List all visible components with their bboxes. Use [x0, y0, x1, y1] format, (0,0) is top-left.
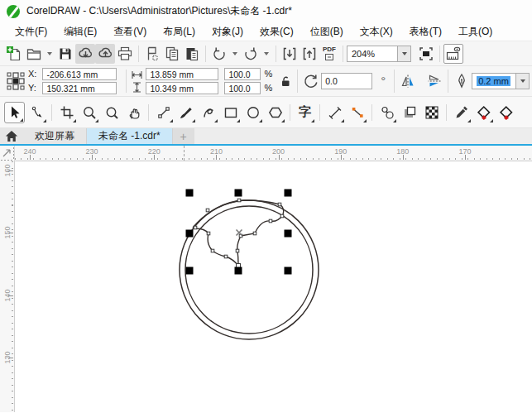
page-boundary-marker: [184, 146, 185, 161]
menu-item-6[interactable]: 效果(C): [252, 22, 302, 41]
lock-ratio-button[interactable]: [277, 73, 294, 89]
mirror-horizontal-button[interactable]: [398, 71, 418, 91]
cloud-save-button[interactable]: [95, 44, 115, 64]
open-dropdown-caret[interactable]: [44, 45, 55, 63]
ruler-origin-button[interactable]: [0, 146, 15, 161]
print-icon: [117, 46, 133, 62]
rotation-angle-input[interactable]: 0.0: [321, 73, 372, 89]
menu-item-8[interactable]: 文本(X): [352, 22, 401, 41]
menu-item-2[interactable]: 编辑(E): [55, 22, 105, 41]
content-area: 160150140130: [0, 161, 532, 412]
home-button[interactable]: [0, 128, 23, 144]
crop-tool[interactable]: [56, 102, 77, 123]
propbar-separator: [126, 70, 127, 93]
freehand-tool[interactable]: [153, 102, 174, 123]
new-tab-button[interactable]: +: [173, 128, 194, 144]
pick-tool[interactable]: [4, 102, 25, 123]
ruler-minor-ticks: [12, 161, 13, 412]
shape-tool[interactable]: [26, 102, 47, 123]
menu-item-7[interactable]: 位图(B): [302, 22, 352, 41]
pan-tool[interactable]: [123, 102, 144, 123]
new-document-button[interactable]: [4, 44, 24, 64]
checkerboard-icon: [424, 105, 439, 120]
outline-pen-button[interactable]: [452, 71, 472, 91]
transparency-tool[interactable]: [399, 102, 419, 123]
menu-item-10[interactable]: 工具(O): [450, 22, 501, 41]
blend-tool[interactable]: [376, 102, 397, 123]
h-ruler-tick: [216, 155, 217, 160]
toolbar-separator: [439, 46, 440, 62]
magnifier-icon: [104, 105, 119, 120]
zoom-dropdown-caret[interactable]: [397, 46, 410, 61]
menu-item-5[interactable]: 对象(J): [204, 22, 252, 41]
text-tool[interactable]: 字: [295, 102, 315, 123]
toolbar-separator: [205, 46, 206, 62]
rotation-icon: [303, 73, 319, 89]
polygon-tool[interactable]: [265, 102, 285, 123]
zoom-level-combo[interactable]: 204%: [347, 46, 411, 62]
artistic-media-tool[interactable]: [175, 102, 196, 123]
export-button[interactable]: [300, 44, 319, 64]
pattern-fill-tool[interactable]: [421, 102, 442, 123]
menu-item-9[interactable]: 表格(T): [401, 22, 450, 41]
outline-width-caret[interactable]: [515, 74, 529, 89]
ruler-origin-icon: [0, 146, 15, 161]
copy-button[interactable]: [162, 44, 182, 64]
drawing-canvas[interactable]: [15, 161, 532, 412]
save-icon: [57, 46, 74, 62]
scale-x-input[interactable]: 100.0: [224, 68, 261, 80]
document-tab-bar: 欢迎屏幕 未命名 -1.cdr* +: [0, 128, 532, 146]
bspline-tool[interactable]: [198, 102, 218, 123]
ellipse-tool[interactable]: [242, 102, 263, 123]
vertical-ruler[interactable]: 160150140130: [0, 161, 15, 412]
publish-to-pdf-button[interactable]: PDF: [319, 44, 339, 64]
zoom-tool-secondary[interactable]: [101, 102, 122, 123]
toolbox-separator: [51, 104, 52, 121]
smart-fill-tool[interactable]: [496, 102, 516, 123]
toolbar-separator: [138, 46, 139, 62]
transparency-icon: [402, 105, 417, 120]
redo-button[interactable]: [241, 44, 261, 64]
outline-width-combo[interactable]: 0.2 mm: [472, 73, 530, 89]
rotate-button[interactable]: [301, 71, 321, 91]
dimension-tool[interactable]: [324, 102, 345, 123]
tab-document[interactable]: 未命名 -1.cdr*: [87, 128, 173, 144]
eyedropper-tool[interactable]: [451, 102, 472, 123]
redo-dropdown-caret[interactable]: [261, 45, 272, 63]
show-rulers-button[interactable]: [443, 44, 463, 64]
double-circle-shape[interactable]: [180, 200, 319, 339]
tab-welcome-screen[interactable]: 欢迎屏幕: [23, 128, 87, 144]
x-position-input[interactable]: -206.613 mm: [42, 68, 117, 80]
y-position-input[interactable]: 150.321 mm: [42, 82, 117, 94]
coreldraw-logo-icon: [7, 5, 20, 18]
menu-item-1[interactable]: 文件(F): [7, 22, 55, 41]
interactive-fill-tool[interactable]: [473, 102, 494, 123]
undo-dropdown-caret[interactable]: [229, 45, 241, 63]
object-width-icon: [132, 70, 142, 80]
cut-button[interactable]: [142, 44, 162, 64]
object-height-input[interactable]: 10.349 mm: [146, 82, 218, 94]
object-position-button[interactable]: [5, 70, 26, 92]
menu-item-3[interactable]: 查看(V): [105, 22, 155, 41]
rectangle-tool[interactable]: [220, 102, 241, 123]
menu-item-4[interactable]: 布局(L): [155, 22, 204, 41]
document-tab-label: 未命名 -1.cdr*: [98, 129, 161, 143]
percent-y-label: %: [264, 82, 272, 94]
fill-diamond-icon: [498, 104, 515, 121]
object-width-input[interactable]: 13.859 mm: [146, 68, 218, 80]
connector-tool[interactable]: [347, 102, 367, 123]
percent-x-label: %: [264, 68, 272, 80]
h-ruler-tick: [92, 155, 93, 160]
horizontal-ruler[interactable]: 240230220210200190180170: [15, 146, 532, 161]
fullscreen-preview-button[interactable]: [416, 44, 436, 64]
undo-button[interactable]: [209, 44, 229, 64]
mirror-vertical-button[interactable]: [424, 71, 444, 91]
zoom-tool[interactable]: [79, 102, 99, 123]
print-button[interactable]: [115, 44, 135, 64]
scale-y-input[interactable]: 100.0: [224, 82, 261, 94]
open-document-button[interactable]: [24, 44, 44, 64]
paste-button[interactable]: [182, 44, 202, 64]
import-button[interactable]: [280, 44, 300, 64]
cloud-open-button[interactable]: [75, 44, 95, 64]
save-button[interactable]: [55, 44, 75, 64]
